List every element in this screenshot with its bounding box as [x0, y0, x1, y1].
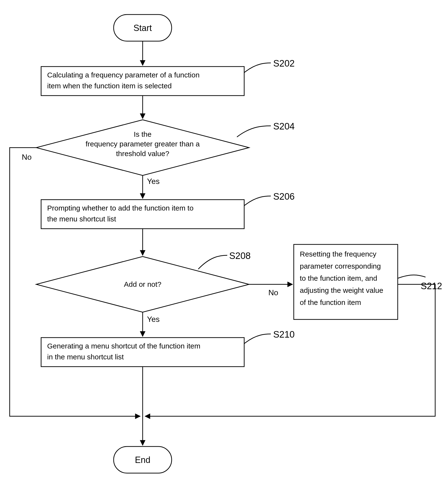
- s212-line4: adjusting the weight value: [300, 286, 383, 294]
- s208-leader: [198, 255, 227, 269]
- start-label: Start: [134, 23, 152, 33]
- s212-leader: [398, 275, 425, 278]
- s204-yes-label: Yes: [147, 177, 160, 186]
- s204-line1: Is the: [134, 130, 151, 138]
- start-node: Start: [114, 15, 172, 41]
- s204-step-label: S204: [273, 121, 295, 131]
- s210-leader: [244, 334, 271, 344]
- s204-no-label: No: [22, 153, 32, 161]
- s206-line2: the menu shortcut list: [47, 215, 116, 223]
- s212-step-label: S212: [421, 281, 442, 291]
- s202-line1: Calculating a frequency parameter of a f…: [47, 71, 200, 79]
- s210-step-label: S210: [273, 329, 295, 339]
- s208-node: Add or not?: [36, 256, 249, 312]
- s202-line2: item when the function item is selected: [47, 82, 172, 90]
- s206-leader: [244, 196, 271, 206]
- s204-line2: frequency parameter greater than a: [86, 140, 200, 148]
- flowchart-canvas: Start Calculating a frequency parameter …: [0, 0, 448, 484]
- end-label: End: [135, 455, 150, 465]
- s206-node: Prompting whether to add the function it…: [41, 200, 244, 229]
- s202-leader: [244, 63, 271, 73]
- s210-line2: in the menu shortcut list: [47, 353, 124, 361]
- s212-node: Resetting the frequency parameter corres…: [294, 244, 398, 320]
- s212-line2: parameter corresponding: [300, 262, 381, 270]
- end-node: End: [114, 446, 172, 473]
- s204-line3: threshold value?: [116, 149, 169, 157]
- s202-step-label: S202: [273, 58, 295, 68]
- s206-line1: Prompting whether to add the function it…: [47, 204, 193, 212]
- s208-no-label: No: [268, 288, 278, 297]
- s204-node: Is the frequency parameter greater than …: [36, 120, 249, 175]
- s210-node: Generating a menu shortcut of the functi…: [41, 338, 244, 367]
- s204-leader: [237, 126, 271, 137]
- s212-line3: to the function item, and: [300, 274, 377, 282]
- s212-line1: Resetting the frequency: [300, 250, 376, 258]
- s210-line1: Generating a menu shortcut of the functi…: [47, 342, 200, 350]
- s206-step-label: S206: [273, 191, 295, 202]
- s208-yes-label: Yes: [147, 315, 160, 324]
- s208-line1: Add or not?: [124, 280, 161, 288]
- s202-node: Calculating a frequency parameter of a f…: [41, 66, 244, 96]
- s208-step-label: S208: [229, 251, 251, 261]
- s212-line5: of the function item: [300, 298, 361, 306]
